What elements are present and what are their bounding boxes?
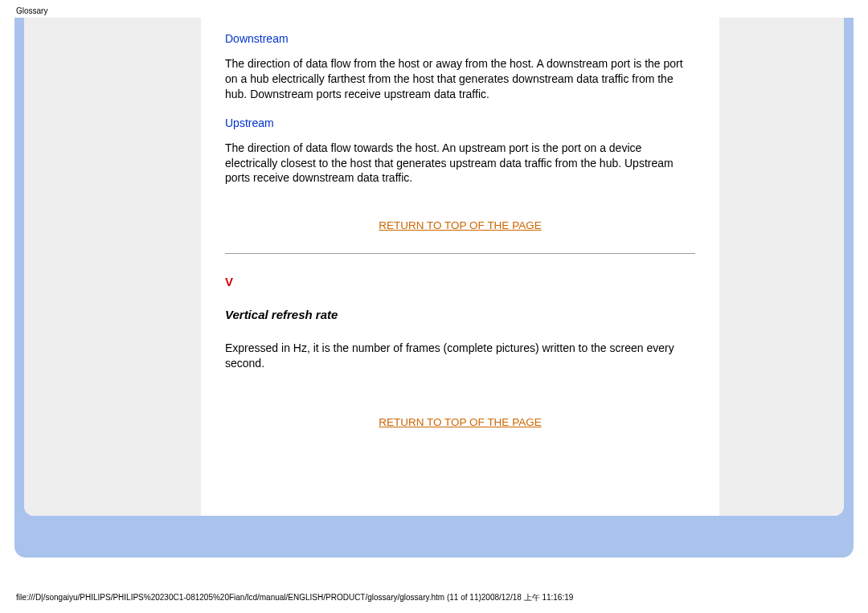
page-header-label: Glossary	[16, 6, 47, 15]
term-upstream-title: Upstream	[225, 116, 695, 129]
outer-frame: Downstream The direction of data flow fr…	[14, 18, 854, 558]
section-letter-v: V	[225, 275, 695, 288]
return-to-top-anchor[interactable]: RETURN TO TOP OF THE PAGE	[379, 219, 541, 231]
left-sidebar	[24, 18, 201, 516]
return-to-top-link-2: RETURN TO TOP OF THE PAGE	[225, 415, 695, 429]
main-content: Downstream The direction of data flow fr…	[201, 18, 719, 516]
term-downstream-title: Downstream	[225, 32, 695, 45]
footer-file-path: file:///D|/songaiyu/PHILIPS/PHILIPS%2023…	[16, 592, 573, 603]
return-to-top-link-1: RETURN TO TOP OF THE PAGE	[225, 218, 695, 232]
term-upstream-body: The direction of data flow towards the h…	[225, 141, 695, 186]
term-vertical-refresh-title: Vertical refresh rate	[225, 308, 695, 321]
term-downstream-body: The direction of data flow from the host…	[225, 56, 695, 102]
term-vertical-refresh-body: Expressed in Hz, it is the number of fra…	[225, 341, 695, 371]
right-margin	[719, 18, 844, 516]
return-to-top-anchor[interactable]: RETURN TO TOP OF THE PAGE	[379, 416, 541, 428]
section-divider	[225, 253, 695, 254]
content-panel: Downstream The direction of data flow fr…	[24, 18, 844, 516]
